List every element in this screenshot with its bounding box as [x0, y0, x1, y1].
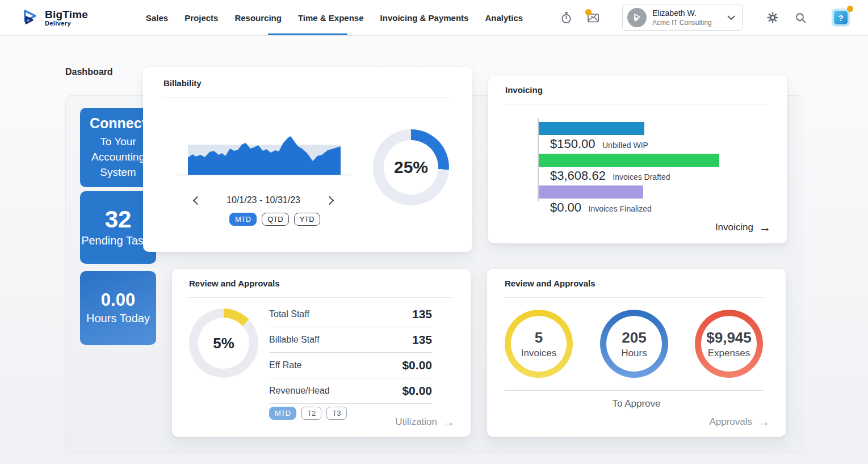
table-row: Revenue/Head $0.00: [269, 378, 432, 404]
date-range-navigator: 10/1/23 - 10/31/23: [194, 195, 333, 205]
connect-title: Connect: [90, 115, 146, 132]
billability-donut-chart: 25%: [373, 129, 449, 205]
user-account-dropdown[interactable]: Elizabeth W. Acme IT Consulting: [622, 5, 743, 31]
invoices-to-approve-circle[interactable]: 5 Invoices: [505, 310, 573, 378]
period-button-t2[interactable]: T2: [301, 407, 321, 420]
arrow-right-icon: →: [759, 221, 771, 233]
chevron-down-icon: [727, 15, 735, 20]
invoicing-link[interactable]: Invoicing →: [715, 221, 771, 233]
arrow-right-icon: →: [758, 416, 770, 428]
utilization-title: Review and Approvals: [189, 279, 280, 288]
billable-staff-value: 135: [412, 333, 432, 347]
invoices-label: Invoices: [521, 348, 556, 359]
user-name: Elizabeth W.: [652, 9, 727, 18]
active-tab-underline: [268, 33, 347, 35]
connect-subtitle: To Your Accounting System: [87, 134, 149, 180]
unbilled-wip-label: Unbilled WIP: [602, 141, 648, 150]
timer-icon[interactable]: [560, 11, 572, 24]
total-staff-label: Total Staff: [269, 309, 309, 319]
help-button[interactable]: ?: [832, 9, 850, 27]
next-period-chevron[interactable]: [325, 196, 334, 205]
approvals-link[interactable]: Approvals →: [709, 416, 770, 428]
approvals-title: Review and Approvals: [505, 279, 596, 288]
expenses-to-approve-circle[interactable]: $9,945 Expenses: [695, 310, 763, 378]
eff-rate-label: Eff Rate: [269, 360, 302, 370]
utilization-percent: 5%: [189, 309, 258, 378]
table-row: Total Staff 135: [269, 302, 432, 327]
main-nav: Sales Projects Resourcing Time & Expense…: [146, 0, 523, 35]
utilization-donut-chart: 5%: [189, 309, 258, 378]
expenses-amount: $9,945: [706, 329, 752, 347]
divider: [163, 98, 450, 98]
bar-invoices-drafted: [539, 154, 719, 167]
search-icon[interactable]: [794, 11, 807, 24]
period-button-t3[interactable]: T3: [326, 407, 346, 420]
pending-tasks-value: 32: [105, 206, 132, 233]
revenue-head-value: $0.00: [402, 384, 432, 398]
invoices-finalized-value: $0.00: [550, 200, 581, 214]
invoices-drafted-value: $3,608.62: [550, 168, 606, 183]
billability-area-chart: [188, 136, 341, 175]
invoicing-title: Invoicing: [505, 85, 543, 95]
total-staff-value: 135: [412, 307, 432, 321]
billable-staff-label: Billable Staff: [269, 335, 320, 345]
divider: [505, 104, 768, 104]
invoicing-card: Invoicing $150.00 Unbilled WIP $3,608.62…: [488, 75, 787, 243]
date-range-label: 10/1/23 - 10/31/23: [227, 195, 300, 205]
utilization-period-buttons: MTD T2 T3: [269, 407, 347, 420]
invoicing-bar-chart: $150.00 Unbilled WIP $3,608.62 Invoices …: [539, 122, 719, 218]
period-button-qtd[interactable]: QTD: [262, 213, 288, 226]
top-nav-bar: BigTime Delivery Sales Projects Resourci…: [0, 0, 868, 36]
unbilled-wip-value: $150.00: [550, 137, 596, 151]
approvals-card: Review and Approvals 5 Invoices 205 Hour…: [487, 269, 786, 437]
divider: [505, 390, 764, 391]
user-company: Acme IT Consulting: [652, 19, 727, 27]
billability-card: Billability 10/1/23 - 10/31/23 MTD QTD Y…: [143, 67, 472, 252]
hours-today-label: Hours Today: [86, 310, 150, 326]
help-notification-dot: [847, 6, 853, 12]
table-row: Billable Staff 135: [269, 327, 432, 353]
app-screen: BigTime Delivery Sales Projects Resourci…: [0, 0, 868, 464]
billability-title: Billability: [163, 78, 202, 88]
hours-to-approve-circle[interactable]: 205 Hours: [600, 310, 668, 378]
inbox-icon[interactable]: [587, 11, 599, 24]
bigtime-logo-icon: [20, 8, 40, 27]
to-approve-caption: To Approve: [487, 398, 786, 410]
billability-percent: 25%: [373, 129, 449, 205]
billability-period-buttons: MTD QTD YTD: [229, 213, 320, 226]
chart-baseline: [176, 175, 352, 175]
header-actions: Elizabeth W. Acme IT Consulting: [560, 5, 850, 31]
brand-name: BigTime: [45, 9, 88, 21]
revenue-head-label: Revenue/Head: [269, 386, 330, 396]
nav-item-resourcing[interactable]: Resourcing: [234, 13, 282, 23]
eff-rate-value: $0.00: [402, 358, 432, 372]
period-button-ytd[interactable]: YTD: [294, 213, 320, 226]
hours-today-card[interactable]: 0.00 Hours Today: [80, 271, 156, 345]
nav-item-sales[interactable]: Sales: [146, 13, 168, 23]
help-question-icon: ?: [834, 11, 848, 24]
invoices-drafted-label: Invoices Drafted: [613, 172, 670, 182]
previous-period-chevron[interactable]: [193, 196, 202, 205]
period-button-mtd[interactable]: MTD: [269, 407, 296, 420]
nav-item-time-expense[interactable]: Time & Expense: [298, 13, 364, 23]
settings-gear-icon[interactable]: [766, 11, 779, 24]
invoices-finalized-label: Invoices Finalized: [589, 204, 652, 213]
nav-item-invoicing-payments[interactable]: Invoicing & Payments: [380, 13, 469, 23]
utilization-stats-table: Total Staff 135 Billable Staff 135 Eff R…: [269, 302, 432, 404]
brand-logo[interactable]: BigTime Delivery: [20, 8, 88, 27]
period-button-mtd[interactable]: MTD: [229, 213, 257, 226]
hours-today-value: 0.00: [101, 290, 135, 310]
utilization-link[interactable]: Utilization →: [395, 416, 455, 428]
arrow-right-icon: →: [443, 416, 455, 428]
nav-item-projects[interactable]: Projects: [184, 13, 218, 23]
utilization-card: Review and Approvals 5% Total Staff 135 …: [172, 269, 471, 437]
divider: [505, 297, 764, 298]
bar-invoices-finalized: [539, 185, 643, 199]
nav-item-analytics[interactable]: Analytics: [485, 13, 523, 23]
table-row: Eff Rate $0.00: [269, 353, 432, 378]
user-avatar: [627, 8, 647, 27]
invoices-count: 5: [535, 329, 543, 347]
divider: [189, 297, 451, 298]
page-title: Dashboard: [65, 67, 113, 77]
hours-count: 205: [622, 329, 646, 347]
